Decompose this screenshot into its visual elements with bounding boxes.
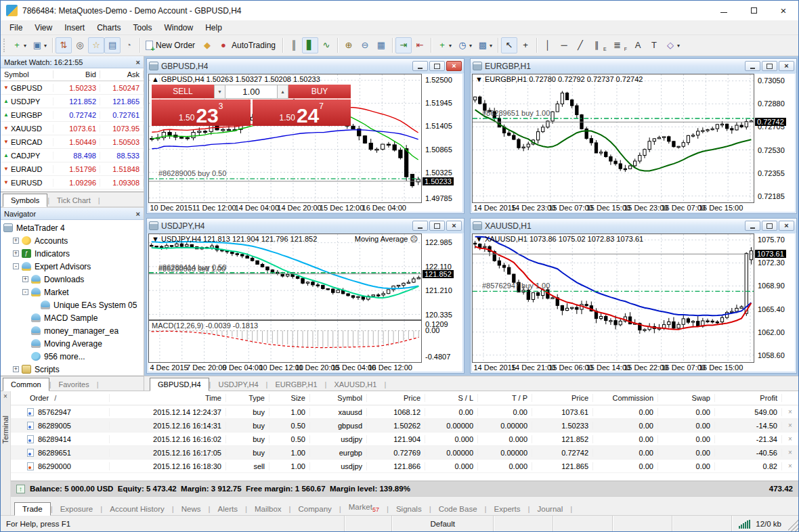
auto-scroll-toggle[interactable]: ⇥	[395, 37, 412, 53]
bar-chart-button[interactable]: ║	[286, 37, 302, 53]
market-watch-row-xauusd[interactable]: ▼XAUUSD1073.611073.95	[1, 122, 144, 135]
chart-tab-gbpusd-h4[interactable]: GBPUSD,H4	[150, 378, 209, 391]
time-axis[interactable]: 14 Dec 201514 Dec 23:0015 Dec 07:0015 De…	[472, 203, 754, 212]
terminal-tab-trade[interactable]: Trade	[14, 502, 51, 516]
chart-restore-button[interactable]	[429, 61, 445, 71]
market-watch-tab-tick-chart[interactable]: Tick Chart	[49, 194, 98, 206]
macd-plot[interactable]: MACD(12,26,9) -0.0039 -0.1813	[148, 320, 422, 363]
expand-minus-icon[interactable]: -	[13, 263, 19, 269]
chart-close-button[interactable]	[446, 221, 462, 231]
terminal-tab-mailbox[interactable]: Mailbox	[247, 503, 289, 515]
chart-close-button[interactable]	[446, 61, 462, 71]
market-watch-row-gbpusd[interactable]: ▼GBPUSD1.502331.50247	[1, 81, 144, 95]
time-axis[interactable]: 4 Dec 20157 Dec 20:009 Dec 04:0010 Dec 1…	[148, 363, 422, 372]
nav-item-market[interactable]: -Market	[1, 286, 144, 298]
menu-insert[interactable]: Insert	[58, 21, 91, 35]
market-watch-row-usdjpy[interactable]: ▲USDJPY121.852121.865	[1, 95, 144, 108]
navigator-tab-common[interactable]: Common	[3, 378, 49, 391]
order-row-86289005[interactable]: 862890052015.12.16 16:14:31buy0.50gbpusd…	[11, 419, 798, 433]
chart-plot-eurgbp[interactable]: ▼ EURGBP,H1 0.72780 0.72792 0.72737 0.72…	[472, 74, 754, 203]
time-axis[interactable]: 14 Dec 201514 Dec 21:0015 Dec 06:0015 De…	[472, 363, 754, 372]
time-axis[interactable]: 10 Dec 201511 Dec 12:0014 Dec 04:0014 De…	[148, 203, 422, 212]
chart-minimize-button[interactable]	[745, 61, 760, 71]
chart-plot-usdjpy[interactable]: ▼ USDJPY,H4 121.813 121.904 121.796 121.…	[148, 234, 422, 320]
menu-window[interactable]: Window	[158, 21, 200, 35]
buy-button[interactable]: BUY	[288, 85, 351, 99]
close-order-icon[interactable]: ×	[782, 408, 798, 416]
chart-window-titlebar-gbpusd[interactable]: GBPUSD,H4	[147, 59, 464, 73]
menu-file[interactable]: File	[3, 21, 28, 35]
order-row-86289651[interactable]: 862896512015.12.16 16:17:05buy1.00eurgbp…	[11, 446, 798, 460]
volume-decrease-button[interactable]	[214, 85, 225, 99]
nav-item-money-manager-ea[interactable]: money_manager_ea	[1, 324, 144, 337]
price-scale[interactable]: 122.985122.110121.210120.335121.852	[422, 234, 462, 320]
nav-item-moving-average[interactable]: Moving Average	[1, 337, 144, 350]
templates-button[interactable]: ▩▾	[475, 37, 495, 53]
terminal-tab-account-history[interactable]: Account History	[102, 503, 172, 515]
market-watch-row-eurgbp[interactable]: ▲EURGBP0.727420.72761	[1, 108, 144, 122]
column-header-price[interactable]: Price	[367, 394, 425, 402]
mw-column-bid[interactable]: Bid	[53, 70, 100, 79]
expand-plus-icon[interactable]: +	[13, 366, 19, 372]
autotrading-button[interactable]: ●AutoTrading	[215, 37, 280, 53]
chart-restore-button[interactable]	[762, 221, 777, 231]
column-header-s-l[interactable]: S / L	[425, 394, 478, 402]
terminal-tab-exposure[interactable]: Exposure	[53, 503, 101, 515]
column-header-type[interactable]: Type	[226, 394, 269, 402]
chart-close-button[interactable]	[779, 221, 794, 231]
trendline-button[interactable]: ╱	[572, 37, 588, 53]
chart-window-titlebar-xauusd[interactable]: XAUUSD,H1	[471, 219, 796, 233]
navigator-header[interactable]: Navigator	[1, 208, 144, 220]
nav-item-expert-advisors[interactable]: -Expert Advisors	[1, 260, 144, 273]
column-header-commission[interactable]: Commission	[593, 394, 658, 402]
chart-tab-usdjpy-h4[interactable]: USDJPY,H4	[211, 378, 265, 391]
zoom-in-button[interactable]: ⊕	[341, 37, 357, 53]
chart-tab-xauusd-h1[interactable]: XAUUSD,H1	[326, 378, 384, 391]
market-watch-row-eurcad[interactable]: ▼EURCAD1.504491.50503	[1, 135, 144, 149]
market-watch-tab-symbols[interactable]: Symbols	[3, 194, 47, 207]
close-order-icon[interactable]: ×	[782, 435, 798, 443]
column-header-size[interactable]: Size	[269, 394, 310, 402]
chart-close-button[interactable]	[779, 61, 794, 71]
terminal-tab-signals[interactable]: Signals	[389, 503, 429, 515]
buy-price-tile[interactable]: 1.50247	[253, 99, 351, 126]
navigator-close-icon[interactable]	[136, 210, 140, 218]
market-watch-toggle[interactable]: ⇅	[56, 37, 72, 53]
mw-column-symbol[interactable]: Symbol	[1, 70, 53, 79]
expand-plus-icon[interactable]: +	[22, 276, 28, 282]
market-watch-close-icon[interactable]	[136, 58, 140, 66]
expand-plus-icon[interactable]: +	[13, 250, 19, 257]
price-scale[interactable]: 1075.701072.301068.901065.401062.001058.…	[754, 234, 795, 363]
menu-charts[interactable]: Charts	[91, 21, 127, 35]
new-order-button[interactable]: New Order	[143, 37, 199, 53]
order-row-85762947[interactable]: 857629472015.12.14 12:24:37buy1.00xauusd…	[11, 405, 798, 419]
close-button[interactable]: ×	[769, 1, 798, 20]
terminal-toggle[interactable]: ▤	[104, 37, 121, 53]
crosshair-button[interactable]: +	[517, 37, 534, 53]
order-row-86289414[interactable]: 862894142015.12.16 16:16:02buy0.50usdjpy…	[11, 433, 798, 446]
terminal-tab-experts[interactable]: Experts	[487, 503, 528, 515]
nav-item-indicators[interactable]: +ƒIndicators	[1, 247, 144, 260]
menu-tools[interactable]: Tools	[127, 21, 158, 35]
data-window-toggle[interactable]: ◎	[72, 37, 88, 53]
chart-minimize-button[interactable]	[412, 61, 428, 71]
chart-plot-gbpusd[interactable]: ▲ GBPUSD,H4 1.50263 1.50327 1.50208 1.50…	[148, 74, 422, 203]
navigator-tab-favorites[interactable]: Favorites	[51, 378, 96, 391]
sell-price-tile[interactable]: 1.50233	[152, 99, 251, 126]
volume-increase-button[interactable]	[277, 85, 288, 99]
menu-view[interactable]: View	[28, 21, 58, 35]
sell-button[interactable]: SELL	[152, 85, 214, 99]
terminal-tab-company[interactable]: Company	[291, 503, 339, 515]
column-header-symbol[interactable]: Symbol	[310, 394, 367, 402]
text-button[interactable]: A	[630, 37, 646, 53]
nav-item-scripts[interactable]: +Scripts	[1, 363, 144, 376]
market-watch-row-euraud[interactable]: ▼EURAUD1.517961.51848	[1, 162, 144, 176]
column-header-time[interactable]: Time	[110, 394, 226, 402]
horizontal-line-button[interactable]: ─	[556, 37, 572, 53]
column-header-price-close[interactable]: Price	[532, 394, 593, 402]
column-header-swap[interactable]: Swap	[658, 394, 715, 402]
text-label-button[interactable]: T	[646, 37, 662, 53]
market-watch-header[interactable]: Market Watch: 16:21:55	[1, 56, 144, 68]
menu-help[interactable]: Help	[199, 21, 228, 35]
profile-selector[interactable]: Default	[391, 516, 493, 531]
